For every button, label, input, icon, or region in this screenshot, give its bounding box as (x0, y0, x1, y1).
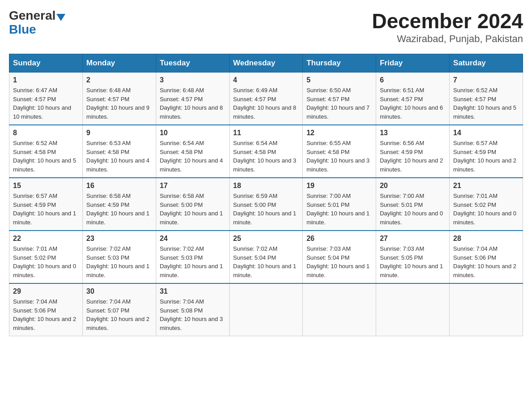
daylight-label: Daylight: 10 hours and 7 minutes. (306, 104, 369, 120)
day-number: 30 (86, 287, 152, 295)
daylight-label: Daylight: 10 hours and 4 minutes. (86, 157, 150, 173)
day-info: Sunrise: 6:54 AM Sunset: 4:58 PM Dayligh… (160, 139, 226, 174)
sunrise-label: Sunrise: 7:03 AM (306, 245, 351, 252)
day-info: Sunrise: 6:53 AM Sunset: 4:58 PM Dayligh… (86, 139, 152, 174)
day-number: 4 (233, 76, 299, 84)
day-info: Sunrise: 6:52 AM Sunset: 4:58 PM Dayligh… (13, 139, 79, 174)
table-row: 26 Sunrise: 7:03 AM Sunset: 5:04 PM Dayl… (303, 231, 376, 283)
day-number: 14 (453, 129, 519, 137)
sunset-label: Sunset: 4:59 PM (453, 149, 496, 155)
table-row: 27 Sunrise: 7:03 AM Sunset: 5:05 PM Dayl… (376, 231, 450, 283)
daylight-label: Daylight: 10 hours and 3 minutes. (160, 316, 223, 331)
day-number: 12 (306, 129, 372, 137)
sunset-label: Sunset: 4:57 PM (380, 96, 423, 103)
table-row: 25 Sunrise: 7:02 AM Sunset: 5:04 PM Dayl… (229, 231, 303, 283)
sunrise-label: Sunrise: 7:02 AM (160, 245, 204, 252)
sunrise-label: Sunrise: 6:59 AM (233, 193, 278, 199)
day-number: 15 (13, 182, 79, 190)
table-row: 22 Sunrise: 7:01 AM Sunset: 5:02 PM Dayl… (9, 231, 83, 283)
table-row: 4 Sunrise: 6:49 AM Sunset: 4:57 PM Dayli… (229, 73, 303, 125)
sunrise-label: Sunrise: 6:55 AM (306, 140, 351, 146)
sunset-label: Sunset: 4:57 PM (306, 96, 349, 103)
day-number: 20 (380, 182, 446, 190)
day-info: Sunrise: 7:03 AM Sunset: 5:04 PM Dayligh… (306, 244, 372, 279)
daylight-label: Daylight: 10 hours and 2 minutes. (86, 316, 150, 331)
table-row: 2 Sunrise: 6:48 AM Sunset: 4:57 PM Dayli… (82, 73, 156, 125)
sunset-label: Sunset: 5:00 PM (233, 201, 276, 208)
day-info: Sunrise: 6:50 AM Sunset: 4:57 PM Dayligh… (306, 86, 372, 121)
sunrise-label: Sunrise: 6:58 AM (86, 193, 131, 199)
table-row: 30 Sunrise: 7:04 AM Sunset: 5:07 PM Dayl… (82, 283, 156, 336)
daylight-label: Daylight: 10 hours and 8 minutes. (233, 104, 296, 120)
sunset-label: Sunset: 5:06 PM (13, 307, 56, 314)
daylight-label: Daylight: 10 hours and 6 minutes. (380, 104, 443, 120)
calendar-row-2: 8 Sunrise: 6:52 AM Sunset: 4:58 PM Dayli… (9, 125, 523, 178)
day-number: 1 (13, 76, 79, 84)
day-info: Sunrise: 6:58 AM Sunset: 4:59 PM Dayligh… (86, 192, 152, 227)
day-info: Sunrise: 7:04 AM Sunset: 5:06 PM Dayligh… (453, 244, 519, 279)
location-title: Wazirabad, Punjab, Pakistan (372, 33, 523, 45)
calendar-header-row: Sunday Monday Tuesday Wednesday Thursday… (9, 54, 523, 73)
day-number: 18 (233, 182, 299, 190)
daylight-label: Daylight: 10 hours and 1 minute. (380, 263, 443, 278)
sunrise-label: Sunrise: 7:04 AM (86, 298, 131, 305)
day-number: 31 (160, 287, 226, 295)
header-thursday: Thursday (303, 54, 376, 73)
daylight-label: Daylight: 10 hours and 0 minutes. (380, 210, 443, 226)
day-info: Sunrise: 7:04 AM Sunset: 5:08 PM Dayligh… (160, 297, 226, 332)
day-number: 8 (13, 129, 79, 137)
day-info: Sunrise: 6:56 AM Sunset: 4:59 PM Dayligh… (380, 139, 446, 174)
daylight-label: Daylight: 10 hours and 5 minutes. (13, 157, 76, 173)
day-info: Sunrise: 6:51 AM Sunset: 4:57 PM Dayligh… (380, 86, 446, 121)
logo-blue: Blue (9, 22, 36, 36)
sunset-label: Sunset: 4:57 PM (13, 96, 56, 103)
sunrise-label: Sunrise: 6:54 AM (233, 140, 278, 146)
sunrise-label: Sunrise: 6:57 AM (453, 140, 498, 146)
sunrise-label: Sunrise: 6:50 AM (306, 87, 351, 94)
table-row: 23 Sunrise: 7:02 AM Sunset: 5:03 PM Dayl… (82, 231, 156, 283)
daylight-label: Daylight: 10 hours and 1 minute. (13, 210, 76, 226)
day-info: Sunrise: 6:47 AM Sunset: 4:57 PM Dayligh… (13, 86, 79, 121)
table-row: 9 Sunrise: 6:53 AM Sunset: 4:58 PM Dayli… (82, 125, 156, 178)
daylight-label: Daylight: 10 hours and 4 minutes. (160, 157, 223, 173)
day-number: 6 (380, 76, 446, 84)
table-row: 31 Sunrise: 7:04 AM Sunset: 5:08 PM Dayl… (156, 283, 229, 336)
sunset-label: Sunset: 4:57 PM (233, 96, 276, 103)
month-title: December 2024 (372, 9, 523, 33)
table-row: 6 Sunrise: 6:51 AM Sunset: 4:57 PM Dayli… (376, 73, 450, 125)
table-row: 3 Sunrise: 6:48 AM Sunset: 4:57 PM Dayli… (156, 73, 229, 125)
table-row: 18 Sunrise: 6:59 AM Sunset: 5:00 PM Dayl… (229, 178, 303, 231)
logo: General Blue (9, 9, 65, 37)
sunrise-label: Sunrise: 7:00 AM (380, 193, 424, 199)
header-sunday: Sunday (9, 54, 83, 73)
day-info: Sunrise: 6:52 AM Sunset: 4:57 PM Dayligh… (453, 86, 519, 121)
sunset-label: Sunset: 4:59 PM (86, 201, 129, 208)
sunrise-label: Sunrise: 7:04 AM (453, 245, 498, 252)
day-info: Sunrise: 7:02 AM Sunset: 5:03 PM Dayligh… (160, 244, 226, 279)
table-row: 21 Sunrise: 7:01 AM Sunset: 5:02 PM Dayl… (450, 178, 523, 231)
header-tuesday: Tuesday (156, 54, 229, 73)
daylight-label: Daylight: 10 hours and 1 minute. (160, 210, 223, 226)
day-info: Sunrise: 6:48 AM Sunset: 4:57 PM Dayligh… (86, 86, 152, 121)
sunset-label: Sunset: 5:03 PM (86, 254, 129, 261)
title-block: December 2024 Wazirabad, Punjab, Pakista… (372, 9, 523, 45)
sunrise-label: Sunrise: 6:49 AM (233, 87, 278, 94)
table-row (303, 283, 376, 336)
day-number: 22 (13, 235, 79, 243)
daylight-label: Daylight: 10 hours and 8 minutes. (160, 104, 223, 120)
calendar-table: Sunday Monday Tuesday Wednesday Thursday… (9, 54, 523, 336)
table-row: 10 Sunrise: 6:54 AM Sunset: 4:58 PM Dayl… (156, 125, 229, 178)
daylight-label: Daylight: 10 hours and 1 minute. (306, 210, 369, 226)
sunrise-label: Sunrise: 6:56 AM (380, 140, 424, 146)
table-row: 11 Sunrise: 6:54 AM Sunset: 4:58 PM Dayl… (229, 125, 303, 178)
table-row: 17 Sunrise: 6:58 AM Sunset: 5:00 PM Dayl… (156, 178, 229, 231)
day-info: Sunrise: 6:57 AM Sunset: 4:59 PM Dayligh… (13, 192, 79, 227)
daylight-label: Daylight: 10 hours and 1 minute. (86, 210, 150, 226)
table-row: 13 Sunrise: 6:56 AM Sunset: 4:59 PM Dayl… (376, 125, 450, 178)
sunrise-label: Sunrise: 7:00 AM (306, 193, 351, 199)
table-row: 20 Sunrise: 7:00 AM Sunset: 5:01 PM Dayl… (376, 178, 450, 231)
daylight-label: Daylight: 10 hours and 1 minute. (233, 263, 296, 278)
sunset-label: Sunset: 5:03 PM (160, 254, 203, 261)
table-row: 16 Sunrise: 6:58 AM Sunset: 4:59 PM Dayl… (82, 178, 156, 231)
page-header: General Blue December 2024 Wazirabad, Pu… (9, 9, 523, 45)
